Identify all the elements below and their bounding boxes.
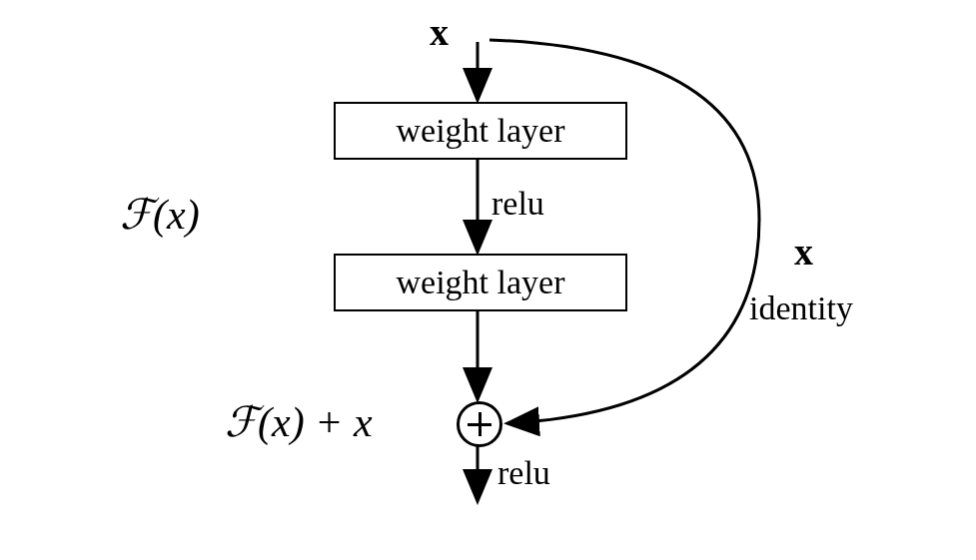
plus-icon: [457, 401, 502, 447]
skip-x-label: x: [794, 230, 813, 274]
fx-label: ℱ(x): [120, 190, 200, 239]
weight-layer-2-text: weight layer: [397, 264, 565, 300]
identity-label: identity: [749, 289, 853, 327]
relu-out-label: relu: [497, 454, 550, 492]
relu-mid-label: relu: [491, 185, 544, 223]
weight-layer-box-2: weight layer: [334, 254, 627, 311]
fx-plus-x-label: ℱ(x) + x: [225, 397, 373, 446]
input-x-label: x: [430, 10, 449, 54]
weight-layer-1-text: weight layer: [397, 112, 565, 149]
weight-layer-box-1: weight layer: [334, 102, 627, 160]
residual-block-diagram: x weight layer relu ℱ(x) weight layer x …: [0, 0, 976, 560]
